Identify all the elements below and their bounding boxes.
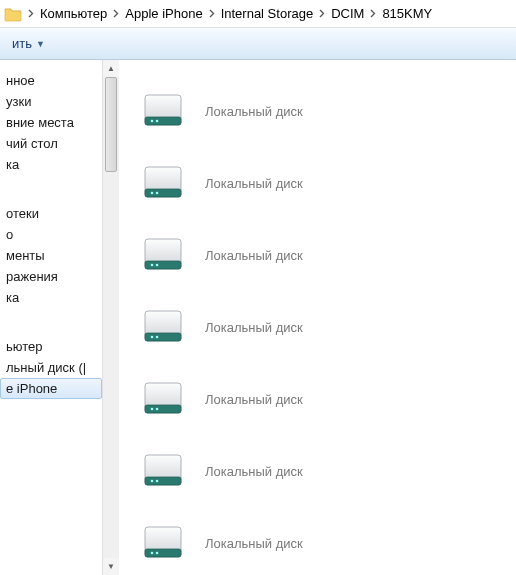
drive-icon — [139, 447, 187, 495]
sidebar-item[interactable]: чий стол — [0, 133, 102, 154]
sidebar-item[interactable]: менты — [0, 245, 102, 266]
svg-rect-13 — [145, 333, 181, 341]
svg-point-18 — [151, 408, 154, 411]
file-item[interactable]: Локальный диск — [139, 366, 516, 432]
svg-rect-1 — [145, 117, 181, 125]
sidebar-section-libraries: отеки о менты ражения ка — [0, 203, 102, 308]
drive-icon — [139, 231, 187, 279]
svg-point-26 — [151, 552, 154, 555]
scroll-thumb[interactable] — [105, 77, 117, 172]
breadcrumb-bar[interactable]: Компьютер Apple iPhone Internal Storage … — [0, 0, 516, 28]
toolbar-button-label: ить — [12, 36, 32, 51]
svg-point-7 — [156, 192, 159, 195]
file-item[interactable]: Локальный диск — [139, 78, 516, 144]
file-item[interactable]: Локальный диск — [139, 150, 516, 216]
svg-rect-5 — [145, 189, 181, 197]
chevron-right-icon[interactable] — [315, 9, 329, 18]
drive-icon — [139, 519, 187, 567]
toolbar-button[interactable]: ить ▼ — [6, 34, 51, 53]
file-label: Локальный диск — [205, 320, 303, 335]
svg-point-11 — [156, 264, 159, 267]
svg-point-19 — [156, 408, 159, 411]
file-label: Локальный диск — [205, 104, 303, 119]
svg-rect-9 — [145, 261, 181, 269]
sidebar-item[interactable]: о — [0, 224, 102, 245]
folder-icon — [4, 6, 22, 22]
scroll-down-arrow[interactable]: ▼ — [103, 558, 119, 575]
file-item[interactable]: Локальный диск — [139, 510, 516, 575]
svg-point-22 — [151, 480, 154, 483]
chevron-right-icon[interactable] — [205, 9, 219, 18]
drive-icon — [139, 375, 187, 423]
file-item[interactable]: Локальный диск — [139, 294, 516, 360]
sidebar-item-computer[interactable]: ьютер — [0, 336, 102, 357]
scroll-up-arrow[interactable]: ▲ — [103, 60, 119, 77]
svg-point-6 — [151, 192, 154, 195]
sidebar-item-localdisk[interactable]: льный диск (| — [0, 357, 102, 378]
sidebar-section-favorites: нное узки вние места чий стол ка — [0, 70, 102, 175]
file-item[interactable]: Локальный диск — [139, 222, 516, 288]
sidebar-section-computer: ьютер льный диск (| e iPhone — [0, 336, 102, 399]
file-item[interactable]: Локальный диск — [139, 438, 516, 504]
breadcrumb-item[interactable]: Apple iPhone — [123, 6, 204, 21]
svg-rect-25 — [145, 549, 181, 557]
file-label: Локальный диск — [205, 536, 303, 551]
file-label: Локальный диск — [205, 464, 303, 479]
file-label: Локальный диск — [205, 176, 303, 191]
sidebar-scrollbar[interactable]: ▲ ▼ — [102, 60, 119, 575]
sidebar-item-iphone[interactable]: e iPhone — [0, 378, 102, 399]
chevron-right-icon[interactable] — [24, 9, 38, 18]
svg-rect-17 — [145, 405, 181, 413]
breadcrumb-item[interactable]: Компьютер — [38, 6, 109, 21]
chevron-right-icon[interactable] — [366, 9, 380, 18]
sidebar-item[interactable]: отеки — [0, 203, 102, 224]
chevron-down-icon: ▼ — [36, 39, 45, 49]
file-label: Локальный диск — [205, 392, 303, 407]
svg-point-14 — [151, 336, 154, 339]
sidebar-item[interactable]: вние места — [0, 112, 102, 133]
svg-point-27 — [156, 552, 159, 555]
toolbar: ить ▼ — [0, 28, 516, 60]
main-area: нное узки вние места чий стол ка отеки о… — [0, 60, 516, 575]
breadcrumb-item[interactable]: Internal Storage — [219, 6, 316, 21]
sidebar-item[interactable]: нное — [0, 70, 102, 91]
sidebar-item[interactable]: ражения — [0, 266, 102, 287]
svg-point-2 — [151, 120, 154, 123]
svg-point-10 — [151, 264, 154, 267]
drive-icon — [139, 87, 187, 135]
sidebar-item[interactable]: ка — [0, 287, 102, 308]
sidebar-item[interactable]: ка — [0, 154, 102, 175]
drive-icon — [139, 303, 187, 351]
drive-icon — [139, 159, 187, 207]
svg-rect-21 — [145, 477, 181, 485]
sidebar: нное узки вние места чий стол ка отеки о… — [0, 60, 102, 575]
sidebar-item[interactable]: узки — [0, 91, 102, 112]
file-list: Локальный диск Локальный диск Локальный … — [119, 60, 516, 575]
file-label: Локальный диск — [205, 248, 303, 263]
breadcrumb-item[interactable]: 815KMY — [380, 6, 434, 21]
breadcrumb-item[interactable]: DCIM — [329, 6, 366, 21]
svg-point-15 — [156, 336, 159, 339]
svg-point-3 — [156, 120, 159, 123]
svg-point-23 — [156, 480, 159, 483]
chevron-right-icon[interactable] — [109, 9, 123, 18]
